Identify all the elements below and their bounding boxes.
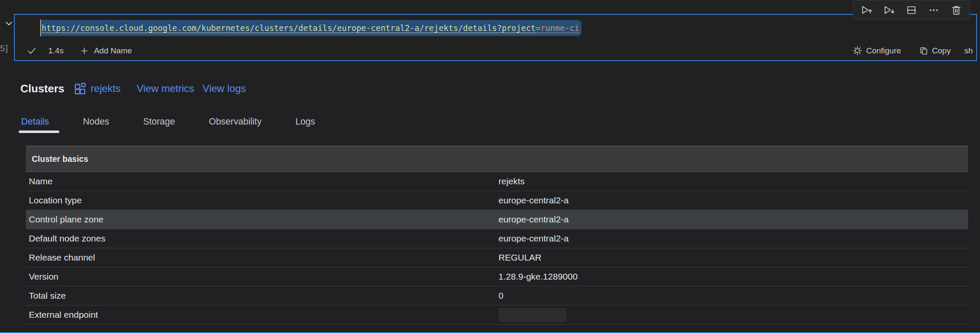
console-header: Clusters rejekts View metrics View logs (0, 81, 980, 96)
table-row: Control plane zone europe-central2-a (26, 210, 968, 229)
row-label: Total size (29, 291, 498, 301)
cluster-name: rejekts (91, 81, 121, 96)
row-value: REGULAR (498, 253, 968, 263)
execution-count: 5] (0, 43, 8, 53)
plus-icon (80, 46, 89, 56)
row-label: Release channel (29, 253, 498, 263)
cell-code-line[interactable]: https://console.cloud.google.com/kuberne… (15, 15, 976, 41)
run-cell-above-icon[interactable] (861, 5, 872, 16)
notebook-cell: https://console.cloud.google.com/kuberne… (14, 14, 977, 61)
row-label: Name (29, 176, 498, 186)
table-row: Version 1.28.9-gke.1289000 (26, 267, 968, 286)
tab-logs[interactable]: Logs (295, 116, 315, 133)
run-cell-below-icon[interactable] (883, 5, 894, 16)
cell-output-webview: Clusters rejekts View metrics View logs … (0, 62, 980, 333)
tab-storage[interactable]: Storage (143, 116, 175, 133)
row-value: 0 (498, 291, 968, 301)
success-check-icon (27, 46, 37, 56)
row-label: Control plane zone (29, 214, 498, 225)
tab-observability[interactable]: Observability (209, 116, 261, 133)
row-label: Default node zones (29, 233, 498, 244)
row-label: Location type (29, 195, 498, 205)
configure-button[interactable]: Configure (853, 46, 901, 56)
tab-label: Observability (209, 117, 261, 127)
table-rows: Name rejekts Location type europe-centra… (26, 172, 968, 325)
table-row: Release channel REGULAR (26, 248, 968, 267)
section-title: Cluster basics (32, 154, 88, 164)
tab-details[interactable]: Details (21, 116, 49, 133)
text-cursor (40, 19, 41, 36)
row-value: rejekts (498, 176, 968, 186)
table-section-header: Cluster basics (26, 146, 968, 172)
tab-label: Nodes (83, 117, 109, 127)
tab-label: Details (21, 117, 49, 127)
cell-toolbar (853, 0, 970, 20)
more-actions-icon[interactable] (928, 5, 939, 16)
row-value: 1.28.9-gke.1289000 (498, 272, 968, 282)
url-text-selected[interactable]: https://console.cloud.google.com/kuberne… (42, 20, 581, 36)
delete-cell-icon[interactable] (951, 5, 962, 16)
row-value: europe-central2-a (498, 195, 968, 205)
copy-button[interactable]: Copy (919, 46, 951, 56)
language-picker[interactable]: sh (964, 46, 973, 56)
active-tab-underline (19, 130, 59, 133)
page-title: Clusters (20, 81, 64, 96)
table-row: Default node zones europe-central2-a (26, 229, 968, 248)
table-row: Name rejekts (26, 172, 968, 191)
split-cell-icon[interactable] (906, 5, 917, 16)
row-value (498, 308, 968, 322)
tab-label: Storage (143, 117, 175, 127)
cluster-icon (74, 82, 86, 95)
table-row: Total size 0 (26, 286, 968, 305)
url-param-text: =runme-ci (536, 23, 579, 33)
url-main-text: https://console.cloud.google.com/kuberne… (42, 23, 536, 33)
copy-icon (919, 46, 928, 56)
row-label: Version (29, 272, 498, 282)
tab-label: Logs (295, 117, 315, 127)
row-value: europe-central2-a (498, 233, 968, 244)
collapse-chevron-icon[interactable] (3, 17, 15, 30)
cluster-basics-table: Cluster basics Name rejekts Location typ… (26, 146, 968, 325)
row-label: External endpoint (29, 310, 498, 320)
cell-status-bar: 1.4s Add Name Configure (15, 41, 976, 60)
gear-icon (853, 46, 862, 56)
value-loading-placeholder (498, 308, 566, 322)
table-row: External endpoint (26, 305, 968, 325)
execution-duration: 1.4s (48, 46, 64, 56)
view-metrics-link[interactable]: View metrics (137, 81, 194, 96)
view-logs-link[interactable]: View logs (202, 81, 246, 96)
row-value: europe-central2-a (498, 214, 968, 225)
tab-bar: Details Nodes Storage Observability Logs (0, 116, 980, 133)
table-row: Location type europe-central2-a (26, 191, 968, 210)
tab-nodes[interactable]: Nodes (83, 116, 109, 133)
add-name-button[interactable]: Add Name (80, 46, 132, 56)
cluster-link[interactable]: rejekts (74, 81, 121, 96)
